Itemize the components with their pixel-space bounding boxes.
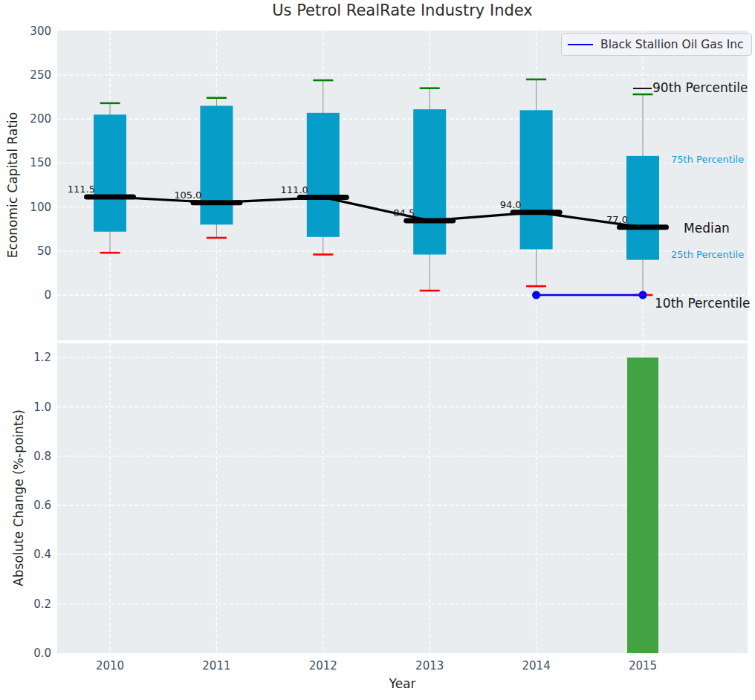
iqr-box bbox=[200, 106, 233, 224]
top-y-tick: 300 bbox=[17, 25, 51, 38]
iqr-box bbox=[413, 109, 446, 254]
x-axis-label: Year bbox=[57, 676, 748, 691]
iqr-box bbox=[626, 156, 659, 260]
bottom-y-tick: 0.4 bbox=[17, 548, 51, 561]
x-tick-year: 2015 bbox=[617, 659, 669, 673]
median-value-label: 105.0 bbox=[174, 189, 201, 201]
bar-canvas bbox=[57, 343, 748, 653]
boxplot-canvas: 111.5105.0111.084.594.077.0 bbox=[57, 30, 748, 340]
median-line bbox=[110, 197, 643, 227]
median-value-label: 94.0 bbox=[500, 199, 522, 210]
x-tick-year: 2010 bbox=[84, 659, 136, 673]
bottom-plot-area bbox=[57, 343, 748, 653]
bottom-y-tick: 1.2 bbox=[17, 351, 51, 364]
median-value-label: 111.0 bbox=[281, 184, 308, 195]
change-bar bbox=[627, 357, 658, 653]
bottom-y-tick: 0.2 bbox=[17, 597, 51, 611]
bottom-y-tick: 0.0 bbox=[17, 646, 51, 660]
x-tick-year: 2011 bbox=[190, 659, 242, 673]
legend[interactable]: Black Stallion Oil Gas Inc bbox=[561, 33, 752, 56]
annotation-median: Median bbox=[684, 221, 730, 236]
company-point bbox=[532, 291, 540, 299]
annotation-10th-percentile: 10th Percentile bbox=[655, 296, 750, 311]
top-y-tick: 150 bbox=[17, 156, 51, 169]
bottom-y-tick: 1.0 bbox=[17, 401, 51, 414]
median-value-label: 77.0 bbox=[606, 214, 628, 225]
bottom-y-tick: 0.8 bbox=[17, 450, 51, 463]
annotation-25th-percentile: 25th Percentile bbox=[671, 249, 744, 260]
x-tick-year: 2013 bbox=[404, 659, 456, 673]
bottom-y-tick: 0.6 bbox=[17, 499, 51, 512]
median-value-label: 111.5 bbox=[68, 184, 95, 195]
iqr-box bbox=[94, 114, 126, 232]
legend-label: Black Stallion Oil Gas Inc bbox=[600, 38, 744, 51]
figure: Us Petrol RealRate Industry Index Econom… bbox=[0, 0, 755, 700]
x-tick-year: 2012 bbox=[297, 659, 349, 673]
top-y-tick: 250 bbox=[17, 68, 51, 82]
company-point bbox=[639, 291, 647, 299]
annotation-75th-percentile: 75th Percentile bbox=[671, 154, 744, 165]
top-y-tick: 100 bbox=[17, 201, 51, 214]
x-tick-year: 2014 bbox=[511, 659, 563, 673]
top-plot-area: 111.5105.0111.084.594.077.0 bbox=[57, 30, 748, 340]
top-y-tick: 0 bbox=[17, 288, 51, 302]
top-y-tick: 50 bbox=[17, 244, 51, 258]
chart-title: Us Petrol RealRate Industry Index bbox=[57, 1, 748, 19]
legend-line-swatch bbox=[568, 44, 593, 45]
annotation-90th-percentile: 90th Percentile bbox=[652, 80, 748, 95]
median-value-label: 84.5 bbox=[393, 207, 415, 218]
top-y-tick: 200 bbox=[17, 112, 51, 126]
iqr-box bbox=[520, 110, 553, 249]
iqr-box bbox=[307, 113, 340, 237]
